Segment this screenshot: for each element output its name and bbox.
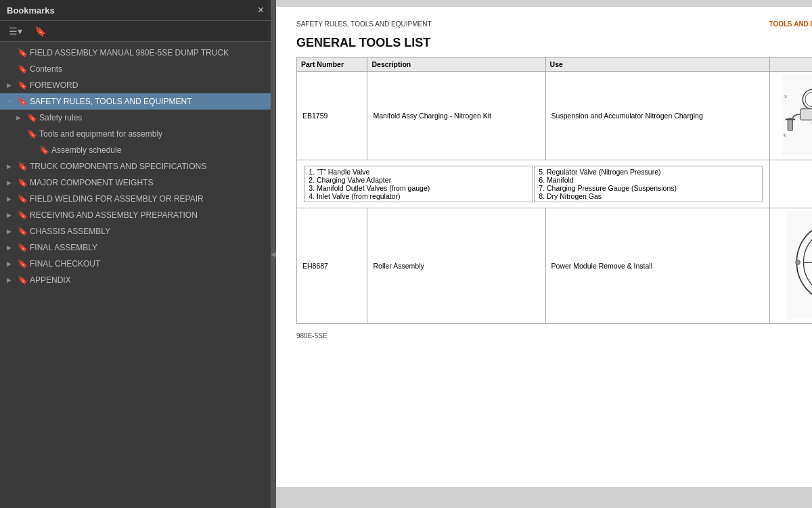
view-toggle-button[interactable]: ☰▾ — [5, 24, 26, 38]
sidebar-item-chassis-assembly[interactable]: ▶ 🔖 CHASSIS ASSEMBLY — [0, 223, 271, 239]
chevron-down-icon: ▼ — [7, 98, 15, 105]
sidebar-nav: 🔖 FIELD ASSEMBLY MANUAL 980E-5SE DUMP TR… — [0, 42, 271, 508]
bookmark-icon: 🔖 — [18, 80, 27, 90]
nav-label: CHASSIS ASSEMBLY — [30, 227, 265, 236]
footer-model: 980E-5SE — [296, 332, 328, 340]
svg-rect-9 — [800, 109, 812, 120]
col-image — [770, 57, 813, 72]
tools-table: Part Number Description Use EB1759 Manif… — [296, 57, 812, 324]
notes-row: "T" Handle Valve Charging Valve Adapter … — [297, 160, 813, 208]
close-button[interactable]: × — [258, 4, 264, 16]
sidebar-item-assembly-schedule[interactable]: 🔖 Assembly schedule — [0, 142, 271, 158]
chevron-icon: ▶ — [7, 260, 15, 267]
bookmark-icon: 🔖 — [39, 145, 49, 155]
nav-label: MAJOR COMPONENT WEIGHTS — [30, 178, 265, 187]
chevron-icon: ▶ — [7, 212, 15, 218]
sidebar-item-tools-equipment[interactable]: 🔖 Tools and equipment for assembly — [0, 126, 271, 142]
table-row: EH8687 Roller Assembly Power Module Remo… — [297, 208, 813, 324]
notes-left: "T" Handle Valve Charging Valve Adapter … — [304, 166, 533, 202]
sidebar-title: Bookmarks — [7, 5, 55, 16]
chevron-icon: ▶ — [7, 82, 15, 89]
chevron-icon: ▶ — [7, 179, 15, 186]
chevron-icon: ▶ — [7, 195, 15, 202]
table-row: EB1759 Manifold Assy Charging - Nitrogen… — [297, 72, 813, 160]
note-item: Charging Valve Adapter — [317, 176, 529, 184]
chevron-icon: ▶ — [7, 277, 15, 283]
nav-label: APPENDIX — [30, 275, 265, 285]
bookmark-icon: 🔖 — [18, 275, 27, 285]
chevron-icon: ▶ — [7, 163, 15, 170]
notes-right: Regulator Valve (Nitrogen Pressure) Mani… — [534, 166, 763, 202]
nav-label: Tools and equipment for assembly — [39, 129, 265, 139]
nav-label: TRUCK COMPONENTS AND SPECIFICATIONS — [30, 162, 265, 171]
roller-image-svg: 88H1 — [777, 211, 813, 319]
bookmark-icon: 🔖 — [18, 64, 27, 74]
use-cell: Power Module Remove & Install — [545, 208, 769, 324]
description-cell: Roller Assembly — [367, 208, 545, 324]
section-title: GENERAL TOOLS LIST — [296, 36, 812, 50]
bookmark-view-button[interactable]: 🔖 — [31, 24, 49, 38]
sidebar-header: Bookmarks × — [0, 0, 271, 21]
bookmark-icon: 🔖 — [18, 259, 27, 269]
sidebar-item-safety-rules-tools[interactable]: ▼ 🔖 SAFETY RULES, TOOLS AND EQUIPMENT — [0, 93, 271, 110]
col-part-number: Part Number — [297, 57, 367, 72]
bookmark-icon: 🔖 — [18, 194, 27, 204]
main-content: SAFETY RULES, TOOLS AND EQUIPMENT TOOLS … — [276, 0, 812, 508]
note-item: Manifold Outlet Valves (from gauge) — [317, 184, 529, 192]
col-use: Use — [545, 57, 769, 72]
bookmark-icon: 🔖 — [18, 97, 27, 106]
notes-table: "T" Handle Valve Charging Valve Adapter … — [302, 164, 764, 204]
sidebar-item-final-checkout[interactable]: ▶ 🔖 FINAL CHECKOUT — [0, 256, 271, 272]
chevron-icon: ▶ — [16, 114, 24, 121]
sidebar-item-contents[interactable]: 🔖 Contents — [0, 61, 271, 77]
bookmark-icon: 🔖 — [18, 243, 27, 252]
nav-label: Assembly schedule — [51, 145, 265, 155]
bookmark-icon: 🔖 — [18, 210, 27, 220]
tool-image-svg: ③ ⑤ MANIFOLD ⑥ — [777, 74, 813, 156]
nav-label: Safety rules — [39, 113, 265, 122]
nav-label: FIELD WELDING FOR ASSEMBLY OR REPAIR — [30, 194, 265, 204]
sidebar-item-safety-rules[interactable]: ▶ 🔖 Safety rules — [0, 110, 271, 126]
notes-cell: "T" Handle Valve Charging Valve Adapter … — [297, 160, 770, 208]
header-left: SAFETY RULES, TOOLS AND EQUIPMENT — [296, 20, 432, 28]
nav-label: FINAL ASSEMBLY — [30, 243, 265, 252]
svg-rect-29 — [786, 211, 812, 319]
bookmark-icon: 🔖 — [18, 227, 27, 236]
note-item: Regulator Valve (Nitrogen Pressure) — [547, 168, 759, 176]
resize-handle[interactable] — [271, 0, 276, 508]
sidebar-item-receiving[interactable]: ▶ 🔖 RECEIVING AND ASSEMBLY PREPARATION — [0, 207, 271, 223]
svg-text:①: ① — [782, 133, 786, 137]
sidebar-item-appendix[interactable]: ▶ 🔖 APPENDIX — [0, 272, 271, 288]
sidebar-item-major-component[interactable]: ▶ 🔖 MAJOR COMPONENT WEIGHTS — [0, 175, 271, 191]
sidebar: Bookmarks × ☰▾ 🔖 🔖 FIELD ASSEMBLY MANUAL… — [0, 0, 271, 508]
description-cell: Manifold Assy Charging - Nitrogen Kit — [367, 72, 545, 160]
sidebar-item-field-welding[interactable]: ▶ 🔖 FIELD WELDING FOR ASSEMBLY OR REPAIR — [0, 191, 271, 207]
sidebar-item-final-assembly[interactable]: ▶ 🔖 FINAL ASSEMBLY — [0, 239, 271, 256]
page-footer: 980E-5SE 2-7 — [296, 332, 812, 340]
part-number-cell: EB1759 — [297, 72, 367, 160]
header-right: TOOLS AND EQUIPMENT FOR ASSEMBLY — [769, 20, 813, 28]
image-cell: ③ ⑤ MANIFOLD ⑥ — [770, 72, 813, 160]
part-number-cell: EH8687 — [297, 208, 367, 324]
document-page: SAFETY RULES, TOOLS AND EQUIPMENT TOOLS … — [276, 7, 812, 487]
notes-spacer — [770, 160, 813, 208]
nav-label: FOREWORD — [30, 80, 265, 90]
note-item: Manifold — [547, 176, 759, 184]
sidebar-toolbar: ☰▾ 🔖 — [0, 21, 271, 42]
nav-label: FINAL CHECKOUT — [30, 259, 265, 269]
note-item: Dry Nitrogen Gas — [547, 192, 759, 200]
nav-label: SAFETY RULES, TOOLS AND EQUIPMENT — [30, 97, 265, 106]
nav-label: RECEIVING AND ASSEMBLY PREPARATION — [30, 210, 265, 220]
sidebar-item-field-assembly[interactable]: 🔖 FIELD ASSEMBLY MANUAL 980E-5SE DUMP TR… — [0, 45, 271, 61]
nav-label: Contents — [30, 64, 265, 74]
sidebar-item-truck-components[interactable]: ▶ 🔖 TRUCK COMPONENTS AND SPECIFICATIONS — [0, 158, 271, 175]
sidebar-item-foreword[interactable]: ▶ 🔖 FOREWORD — [0, 77, 271, 93]
nav-label: FIELD ASSEMBLY MANUAL 980E-5SE DUMP TRUC… — [30, 48, 265, 57]
bookmark-icon: 🔖 — [18, 178, 27, 187]
bookmark-icon: 🔖 — [27, 113, 37, 122]
image-cell: 88H1 — [770, 208, 813, 324]
page-header: SAFETY RULES, TOOLS AND EQUIPMENT TOOLS … — [296, 20, 812, 28]
bookmark-icon: 🔖 — [27, 129, 37, 139]
note-item: Charging Pressure Gauge (Suspensions) — [547, 184, 759, 192]
bookmark-icon: 🔖 — [18, 48, 27, 57]
